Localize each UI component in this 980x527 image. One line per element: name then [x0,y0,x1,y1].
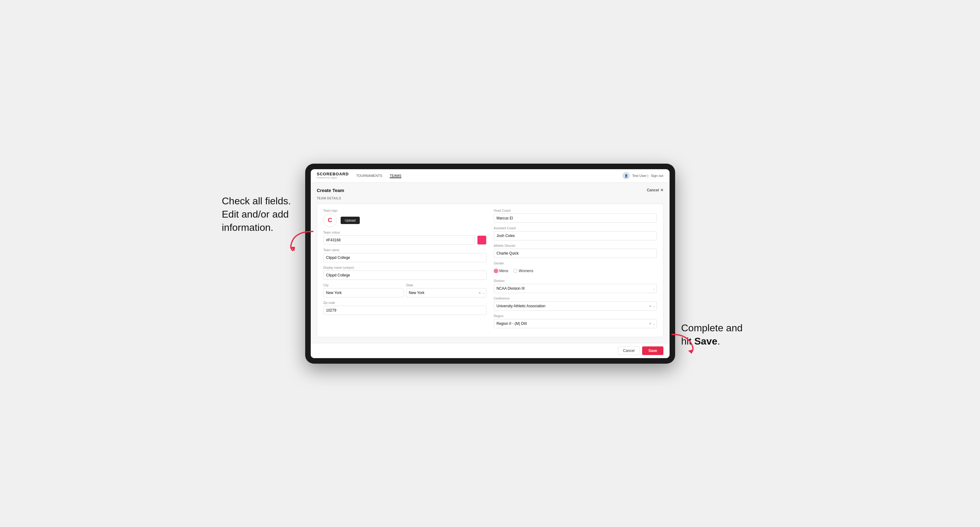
nav-tournaments[interactable]: TOURNAMENTS [356,173,382,178]
athletic-director-group: Athletic Director [494,244,657,258]
head-coach-group: Head Coach [494,209,657,223]
region-select-wrap: Region II - (M) DIII Region I Region III… [494,319,657,328]
zip-input[interactable] [323,306,487,315]
assistant-coach-input[interactable] [494,231,657,240]
app-logo: SCOREBOARD Powered by clippd [317,172,349,179]
gender-group: Gender Mens Womens [494,262,657,276]
city-label: City [323,284,404,287]
division-select-wrap: NCAA Division III NCAA Division I NCAA D… [494,284,657,293]
form-left-col: Team logo C Upload Team colo [323,209,487,332]
city-state-row: City State New York Californi [323,284,487,297]
page-title: Create Team [317,188,344,193]
assistant-coach-group: Assistant Coach [494,227,657,240]
head-coach-input[interactable] [494,214,657,223]
color-swatch[interactable] [477,235,487,245]
user-label: Test User | [632,174,648,178]
city-state-group: City State New York Californi [323,284,487,297]
team-colour-label: Team colour [323,231,487,234]
gender-label: Gender [494,262,657,265]
section-header: TEAM DETAILS [317,197,663,200]
conference-select[interactable]: University Athletic Association Atlantic… [494,302,657,311]
display-name-group: Display name (unique) [323,266,487,280]
team-logo-label: Team logo [323,209,487,212]
tablet-screen: SCOREBOARD Powered by clippd TOURNAMENTS… [311,169,670,358]
athletic-director-label: Athletic Director [494,244,657,248]
state-select-wrap: New York California Texas ✕ ⌄ [406,288,487,297]
team-name-group: Team name [323,248,487,262]
gender-mens-radio[interactable]: Mens [494,269,508,273]
division-group: Division NCAA Division III NCAA Division… [494,279,657,293]
form-card: Team logo C Upload Team colo [317,204,663,337]
form-grid: Team logo C Upload Team colo [323,209,657,332]
city-group: City [323,284,404,297]
form-right-col: Head Coach Assistant Coach Athletic Dire… [494,209,657,332]
annotation-left: Check all fields. Edit and/or add inform… [222,194,299,235]
navbar: SCOREBOARD Powered by clippd TOURNAMENTS… [311,169,670,183]
assistant-coach-label: Assistant Coach [494,227,657,230]
team-name-input[interactable] [323,253,487,262]
head-coach-label: Head Coach [494,209,657,212]
nav-teams[interactable]: TEAMS [390,173,401,178]
state-label: State [406,284,487,287]
state-group: State New York California Texas [406,284,487,297]
page-title-bar: Create Team Cancel ✕ [317,188,663,193]
region-label: Region [494,314,657,318]
logo-circle: C [323,214,337,227]
womens-radio-dot [513,269,518,273]
arrow-right-icon [669,330,700,354]
upload-button[interactable]: Upload [340,217,360,224]
athletic-director-input[interactable] [494,249,657,258]
navbar-left: SCOREBOARD Powered by clippd TOURNAMENTS… [317,172,402,179]
svg-marker-1 [688,349,693,354]
display-name-label: Display name (unique) [323,266,487,269]
gender-womens-radio[interactable]: Womens [513,269,533,273]
tablet-frame: SCOREBOARD Powered by clippd TOURNAMENTS… [305,163,675,364]
form-footer: Cancel Save [311,343,670,358]
region-select[interactable]: Region II - (M) DIII Region I Region III [494,319,657,328]
sign-out-link[interactable]: Sign out [651,174,663,178]
color-input-row [323,235,487,245]
user-avatar: 👤 [622,172,630,179]
conference-group: Conference University Athletic Associati… [494,297,657,311]
display-name-input[interactable] [323,271,487,280]
logo-text: SCOREBOARD [317,172,349,176]
region-group: Region Region II - (M) DIII Region I Reg… [494,314,657,328]
cancel-top-button[interactable]: Cancel ✕ [647,188,663,192]
division-label: Division [494,279,657,283]
main-content: Create Team Cancel ✕ TEAM DETAILS [311,183,670,343]
zip-label: Zip code [323,301,487,305]
team-colour-group: Team colour [323,231,487,245]
state-select[interactable]: New York California Texas [406,288,487,297]
conference-select-wrap: University Athletic Association Atlantic… [494,302,657,311]
logo-upload-area: C Upload [323,214,487,227]
save-button[interactable]: Save [642,346,663,355]
division-select[interactable]: NCAA Division III NCAA Division I NCAA D… [494,284,657,293]
mens-radio-dot [494,269,498,273]
team-name-label: Team name [323,248,487,252]
city-input[interactable] [323,288,404,297]
zip-group: Zip code [323,301,487,315]
cancel-button[interactable]: Cancel [618,346,640,355]
logo-sub: Powered by clippd [317,176,349,179]
arrow-left-icon [288,229,316,253]
conference-label: Conference [494,297,657,300]
gender-radio-group: Mens Womens [494,266,657,276]
navbar-right: 👤 Test User | Sign out [622,172,663,179]
team-colour-input[interactable] [323,235,475,245]
team-logo-group: Team logo C Upload [323,209,487,227]
close-icon: ✕ [660,188,663,192]
